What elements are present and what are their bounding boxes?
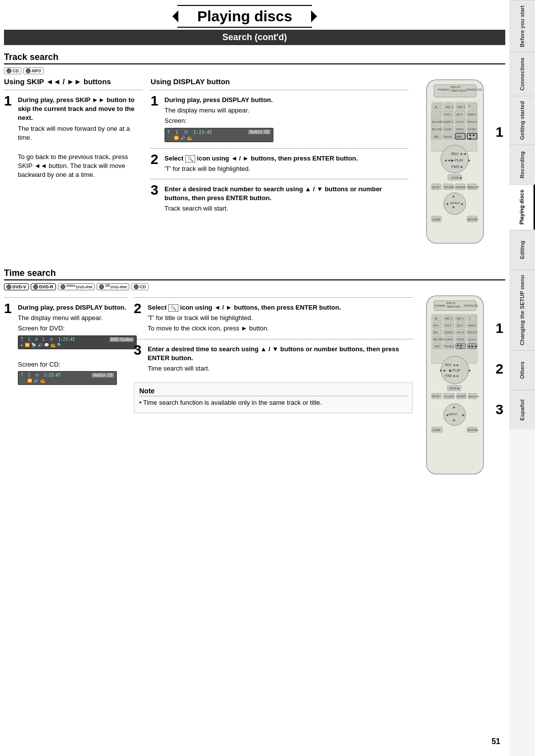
cd-badge: CD bbox=[4, 67, 21, 74]
sidebar-tab-playing-discs[interactable]: Playing discs bbox=[509, 184, 535, 229]
svg-text:MNO 6: MNO 6 bbox=[468, 113, 476, 116]
svg-text:FWD ►: FWD ► bbox=[451, 165, 464, 168]
skip-section: Using SKIP ◄◄ / ►► buttons 1 During play… bbox=[4, 77, 143, 257]
time-step1-text: The display menu will appear. bbox=[18, 314, 137, 323]
dvdr-badge: DVD-R bbox=[31, 283, 56, 290]
display-step3-text: Track search will start. bbox=[164, 204, 408, 213]
svg-text:REC SPD: REC SPD bbox=[432, 128, 442, 131]
display-step3-bold: Enter a desired track number to search u… bbox=[164, 185, 382, 202]
svg-text:▲: ▲ bbox=[452, 405, 456, 409]
sidebar-tab-connections[interactable]: Connections bbox=[509, 52, 535, 96]
skip-section-title: Using SKIP ◄◄ / ►► buttons bbox=[4, 77, 143, 86]
time-cd-badge: CD bbox=[131, 283, 149, 290]
page-main-title: Playing discs bbox=[177, 5, 312, 28]
track-search-header: Track search bbox=[4, 49, 505, 64]
sidebar-tab-setup[interactable]: Changing the SETUP menu bbox=[509, 270, 535, 350]
svg-rect-81 bbox=[433, 316, 442, 321]
sidebar-tab-before-you-start[interactable]: Before you start bbox=[509, 0, 535, 52]
svg-text:TUV 8: TUV 8 bbox=[457, 331, 464, 334]
time-step3-bold: Enter a desired time to search using ▲ /… bbox=[148, 345, 399, 362]
svg-text:DEF 2: DEF 2 bbox=[457, 317, 464, 320]
svg-text:REPEAT: REPEAT bbox=[449, 413, 458, 416]
display-step-2: 2 Select 🔍 icon using ◄ / ► buttons, the… bbox=[151, 153, 408, 175]
svg-text:◄◄: ◄◄ bbox=[444, 159, 451, 162]
svg-text:STOP ■: STOP ■ bbox=[451, 176, 462, 179]
svg-text:ZOOM: ZOOM bbox=[432, 429, 440, 432]
svg-text:▼: ▼ bbox=[452, 419, 456, 422]
dvdv-icon bbox=[6, 284, 11, 289]
time-cd-screen: T 1 ⏱ 1:23:45 Audio CD 🎵 ⏪ 🔊 📻 bbox=[18, 371, 117, 385]
time-search-columns: 1 During play, press DISPLAY button. The… bbox=[4, 293, 505, 488]
dvdrw-vr-badge: VRDVD-RW bbox=[97, 283, 129, 290]
dvdrw-video-badge: VideoDVD-RW bbox=[58, 283, 95, 290]
svg-text:CH▼: CH▼ bbox=[433, 324, 439, 327]
svg-rect-16 bbox=[431, 111, 441, 117]
svg-text:DISPLAY: DISPLAY bbox=[446, 302, 456, 305]
svg-text:FWD ►►: FWD ►► bbox=[445, 374, 459, 378]
svg-text:►: ► bbox=[461, 202, 464, 206]
display-step1-text: The display menu will appear. bbox=[164, 106, 408, 115]
svg-text:SETUP: SETUP bbox=[432, 186, 439, 189]
sidebar-tab-others[interactable]: Others bbox=[509, 350, 535, 390]
svg-text:CM SKP: CM SKP bbox=[468, 128, 476, 131]
svg-text:◄: ◄ bbox=[445, 413, 449, 417]
svg-text:◄: ◄ bbox=[445, 202, 449, 206]
skip-step1-bold: During play, press SKIP ►► button to ski… bbox=[18, 96, 135, 121]
svg-text:TIMER PROG.: TIMER PROG. bbox=[450, 89, 467, 92]
svg-text:POWER: POWER bbox=[435, 304, 445, 307]
sidebar-tab-espanol[interactable]: Español bbox=[509, 390, 535, 430]
svg-text:SKIP: SKIP bbox=[456, 135, 462, 138]
svg-text:3: 3 bbox=[469, 105, 471, 108]
svg-text:REC: REC bbox=[433, 331, 438, 334]
svg-rect-7 bbox=[433, 104, 442, 109]
svg-text:ABC 1: ABC 1 bbox=[446, 106, 453, 108]
mp3-badge: MP3 bbox=[23, 67, 44, 74]
svg-text:RETURN: RETURN bbox=[468, 429, 478, 432]
svg-text:MENU/LIST: MENU/LIST bbox=[469, 395, 480, 398]
svg-text:POWER: POWER bbox=[438, 88, 449, 91]
svg-text:PAUSE: PAUSE bbox=[444, 135, 452, 138]
svg-text:PQRS 7: PQRS 7 bbox=[444, 120, 453, 123]
dvdv-badge: DVD-V bbox=[4, 283, 29, 290]
time-step2-bold: Select 🔍 icon using ◄ / ► buttons, then … bbox=[148, 304, 341, 311]
time-step2-text2: To move to the clock icon, press ► butto… bbox=[148, 324, 413, 333]
svg-text:▲: ▲ bbox=[452, 194, 455, 198]
svg-text:SPACE: SPACE bbox=[457, 338, 464, 341]
display-step2-text: 'T' for track will be highlighted. bbox=[164, 164, 408, 173]
svg-text:REC: REC bbox=[434, 135, 439, 138]
skip-step1-text2: To go back to the previous track, press … bbox=[18, 153, 143, 180]
svg-text:▶ PLAY: ▶ PLAY bbox=[451, 159, 464, 162]
svg-text:ABC 1: ABC 1 bbox=[445, 317, 452, 320]
sidebar-tab-getting-started[interactable]: Getting started bbox=[509, 96, 535, 145]
svg-text:TIMER PROG.: TIMER PROG. bbox=[446, 306, 461, 308]
svg-text:⊕: ⊕ bbox=[435, 106, 437, 108]
skip-step1-text: The track will move forward by one at a … bbox=[18, 124, 143, 142]
time-step-3: 3 Enter a desired time to search using ▲… bbox=[134, 343, 413, 375]
remote-step-labels: POWER DISPLAY TIMER PROG. OPEN/CLOSE ⊕ A… bbox=[417, 77, 505, 257]
svg-text:SPACE: SPACE bbox=[456, 128, 464, 131]
time-screen-dvd-label: Screen for DVD: bbox=[18, 324, 137, 333]
note-box: Note • Time search function is available… bbox=[134, 382, 413, 413]
svg-text:PAUSE ‖: PAUSE ‖ bbox=[445, 345, 454, 348]
svg-text:◄: ◄ bbox=[459, 346, 462, 349]
time-steps-col: 2 Select 🔍 icon using ◄ / ► buttons, the… bbox=[134, 293, 413, 488]
svg-text:⊕: ⊕ bbox=[435, 317, 437, 320]
svg-text:◄◄: ◄◄ bbox=[439, 369, 446, 372]
step-label-1-track: 1 bbox=[495, 124, 503, 140]
svg-text:GHI 4: GHI 4 bbox=[444, 113, 451, 116]
sidebar-tab-editing[interactable]: Editing bbox=[509, 230, 535, 270]
time-search-section: Time search DVD-V DVD-R VideoDVD-RW VRDV… bbox=[4, 265, 505, 488]
svg-text:MNO 6: MNO 6 bbox=[468, 324, 476, 327]
content-area: Playing discs Search (cont'd) Track sear… bbox=[0, 0, 509, 488]
svg-text:SETUP: SETUP bbox=[432, 395, 439, 398]
cd-disc-icon bbox=[6, 68, 11, 73]
step-number-labels-time: 1 2 3 bbox=[495, 293, 505, 418]
svg-text:3: 3 bbox=[469, 317, 471, 320]
svg-text:TOP MENU: TOP MENU bbox=[444, 186, 456, 189]
step-label-1-time: 1 bbox=[495, 321, 503, 336]
time-remote-svg: POWER DISPLAY TIMER PROG. OPEN/CLOSE ⊕ A… bbox=[417, 293, 493, 488]
svg-text:RETURN: RETURN bbox=[468, 218, 478, 221]
display-section-title: Using DISPLAY button bbox=[151, 77, 408, 86]
sidebar-tab-recording[interactable]: Recording bbox=[509, 145, 535, 184]
svg-text:DEF 2: DEF 2 bbox=[458, 106, 465, 108]
